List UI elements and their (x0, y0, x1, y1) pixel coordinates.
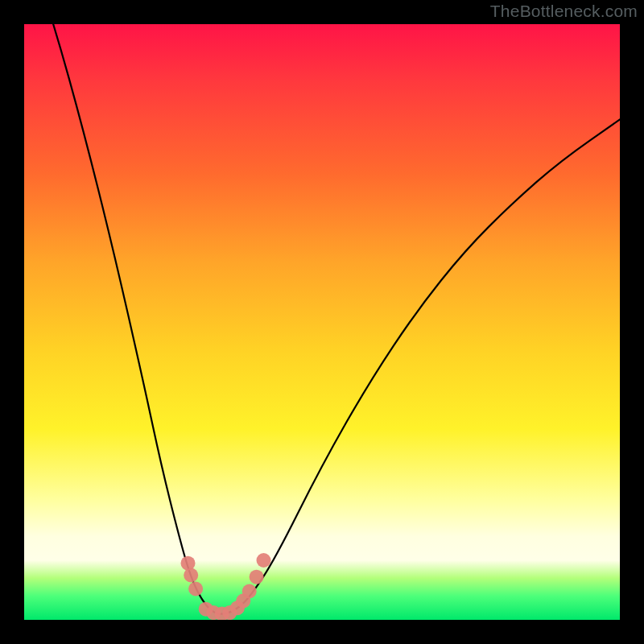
bottleneck-curve (24, 24, 620, 614)
curve-layer (24, 24, 620, 620)
plot-area (24, 24, 620, 620)
curve-marker (250, 570, 264, 584)
chart-frame: TheBottleneck.com (0, 0, 644, 644)
curve-marker (257, 553, 271, 568)
curve-marker (184, 568, 198, 583)
watermark-text: TheBottleneck.com (490, 2, 638, 21)
curve-marker (188, 582, 203, 597)
curve-marker (242, 584, 257, 599)
